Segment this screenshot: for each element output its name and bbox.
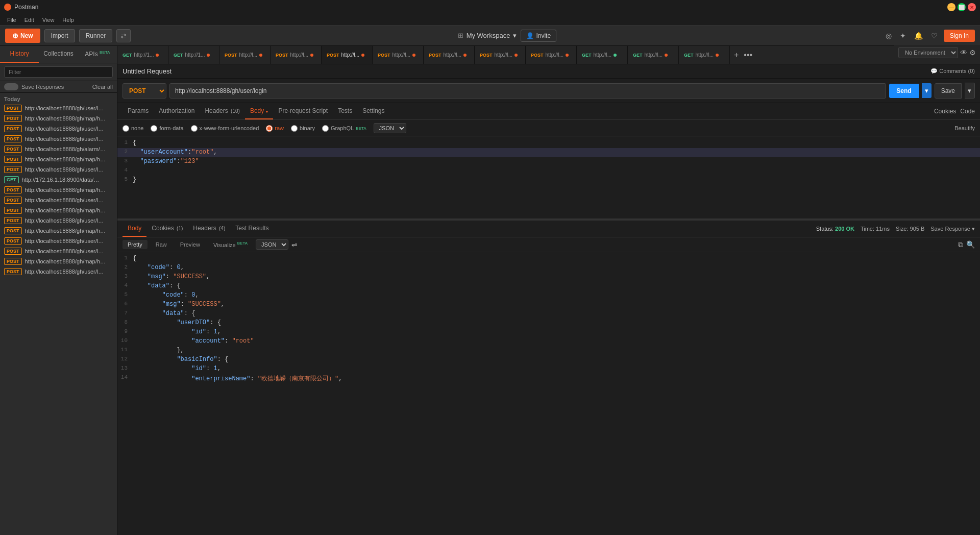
save-response-button[interactable]: Save Response ▾ [930,226,975,232]
tab-settings[interactable]: Settings [357,103,389,119]
list-item[interactable]: POSThttp://localhost:8888/gh/map/hazard [0,205,117,215]
eye-icon-button[interactable]: 👁 [960,48,967,57]
request-tab[interactable]: GET http://1... [117,46,168,64]
list-item[interactable]: POSThttp://localhost:8888/gh/map/hazard [0,226,117,236]
request-tab[interactable]: GET http://l... [628,46,679,64]
radio-none[interactable]: none [122,125,143,132]
list-item[interactable]: POSThttp://localhost:8888/gh/user/login [0,236,117,246]
format-select[interactable]: JSON Text XML [374,123,406,133]
response-visualize-tab[interactable]: Visualize BETA [208,239,253,250]
code-line: 4 "data": { [117,282,980,291]
save-button[interactable]: Save [935,83,962,99]
response-tab-test-results[interactable]: Test Results [230,221,274,237]
workspace-button[interactable]: ⊞ My Workspace ▾ [458,32,517,39]
list-item[interactable]: POSThttp://localhost:8888/gh/user/login [0,164,117,175]
list-item[interactable]: POSThttp://localhost:8888/gh/map/hazard [0,185,117,195]
list-item[interactable]: POSThttp://localhost:8888/gh/user/login [0,195,117,205]
response-pretty-tab[interactable]: Pretty [122,240,148,249]
radio-binary[interactable]: binary [291,125,315,132]
tab-method-label: POST [378,53,390,58]
send-dropdown-button[interactable]: ▾ [922,83,932,98]
invite-button[interactable]: 👤 Invite [521,30,556,42]
radio-graphql[interactable]: GraphQL BETA [322,125,366,132]
list-item[interactable]: POSThttp://localhost:8888/gh/map/hazard [0,154,117,164]
tab-headers[interactable]: Headers (10) [200,103,245,119]
tab-body[interactable]: Body ● [245,103,274,119]
save-responses-toggle[interactable] [4,83,18,90]
sidebar-tab-history[interactable]: History [0,46,39,63]
save-dropdown-button[interactable]: ▾ [965,83,975,99]
new-button[interactable]: ⊕ New [5,29,40,43]
response-preview-tab[interactable]: Preview [175,240,205,249]
bell-icon-button[interactable]: 🔔 [912,30,925,42]
cookies-button[interactable]: Cookies [934,108,956,115]
radio-form-data[interactable]: form-data [151,125,183,132]
signin-button[interactable]: Sign In [944,30,975,42]
request-tab-active[interactable]: POST http://l... [322,46,373,64]
tab-tests[interactable]: Tests [333,103,357,119]
menu-help[interactable]: Help [59,16,77,24]
filter-input[interactable] [4,66,113,78]
request-tab[interactable]: POST http://l... [373,46,424,64]
list-item[interactable]: POSThttp://localhost:8888/gh/user/login [0,124,117,134]
search-icon-button[interactable]: 🔍 [966,240,975,249]
toolbar-extra-button[interactable]: ⇄ [116,29,131,42]
request-tab[interactable]: POST http://l... [526,46,577,64]
settings-icon-button[interactable]: ⚙ [969,48,976,57]
request-tab[interactable]: POST http://l... [475,46,526,64]
environment-select[interactable]: No Environment [898,47,958,58]
menu-view[interactable]: View [39,16,58,24]
list-item[interactable]: POSThttp://localhost:8888/gh/alarm/area/… [0,144,117,154]
request-tab[interactable]: POST http://l... [424,46,475,64]
close-button[interactable]: ✕ [968,3,976,11]
tab-pre-request[interactable]: Pre-request Script [273,103,333,119]
url-input[interactable] [169,83,886,99]
list-item[interactable]: POSThttp://localhost:8888/gh/user/login [0,266,117,277]
request-tab[interactable]: POST http://l... [271,46,322,64]
request-tab[interactable]: GET http://l... [577,46,628,64]
method-select[interactable]: POST GET PUT DELETE [122,83,166,99]
radio-raw[interactable]: raw [266,125,284,132]
heart-icon-button[interactable]: ♡ [929,30,940,42]
comments-button[interactable]: 💬 Comments (0) [930,68,975,75]
request-tab[interactable]: GET http://l... [679,46,730,64]
runner-button[interactable]: Runner [79,29,112,42]
list-item[interactable]: POSThttp://localhost:8888/gh/user/login [0,246,117,256]
add-tab-button[interactable]: + [732,51,741,60]
list-item[interactable]: POSThttp://localhost:8888/gh/map/hazard [0,256,117,266]
response-tab-cookies[interactable]: Cookies (1) [146,221,188,237]
sidebar-tab-apis[interactable]: APIs BETA [78,46,117,63]
list-item[interactable]: POSThttp://localhost:8888/gh/user/login [0,215,117,226]
tab-params[interactable]: Params [122,103,154,119]
minimize-button[interactable]: — [947,3,955,11]
radio-urlencoded[interactable]: x-www-form-urlencoded [191,125,259,132]
request-tab[interactable]: GET http://1... [168,46,219,64]
response-tab-body[interactable]: Body [122,221,146,237]
sidebar-tab-collections[interactable]: Collections [39,46,78,63]
response-tab-headers[interactable]: Headers (4) [188,221,230,237]
menu-file[interactable]: File [4,16,19,24]
radar-icon-button[interactable]: ◎ [884,30,894,42]
code-editor[interactable]: 1 { 2 "userAccount":"root", 3 "password"… [117,137,980,218]
menu-edit[interactable]: Edit [21,16,37,24]
import-button[interactable]: Import [44,29,75,42]
satellite-icon-button[interactable]: ✦ [898,30,908,42]
list-item[interactable]: GEThttp://172.16.1.18:8900/data/major/ha… [0,175,117,185]
response-body[interactable]: 1{ 2 "code": 0, 3 "msg": "SUCCESS", 4 "d… [117,252,980,384]
maximize-button[interactable]: ⬜ [958,3,966,11]
copy-icon-button[interactable]: ⧉ [958,240,963,249]
clear-all-button[interactable]: Clear all [92,84,113,90]
request-tab[interactable]: POST http://l... [219,46,271,64]
beautify-button[interactable]: Beautify [954,125,975,131]
list-item[interactable]: POSThttp://localhost:8888/gh/user/login [0,134,117,144]
response-format-select[interactable]: JSON [256,239,288,250]
code-button[interactable]: Code [960,108,975,115]
tab-authorization[interactable]: Authorization [154,103,200,119]
list-item[interactable]: POSThttp://localhost:8888/gh/user/login [0,103,117,113]
wrap-icon-button[interactable]: ⇌ [291,240,298,249]
list-item[interactable]: POSThttp://localhost:8888/gh/map/hazard [0,113,117,124]
code-line: 15 "area": "江苏南京六合", [117,383,980,384]
tabs-overflow-button[interactable]: ••• [742,51,754,60]
response-raw-tab[interactable]: Raw [151,240,172,249]
send-button[interactable]: Send [889,84,918,98]
